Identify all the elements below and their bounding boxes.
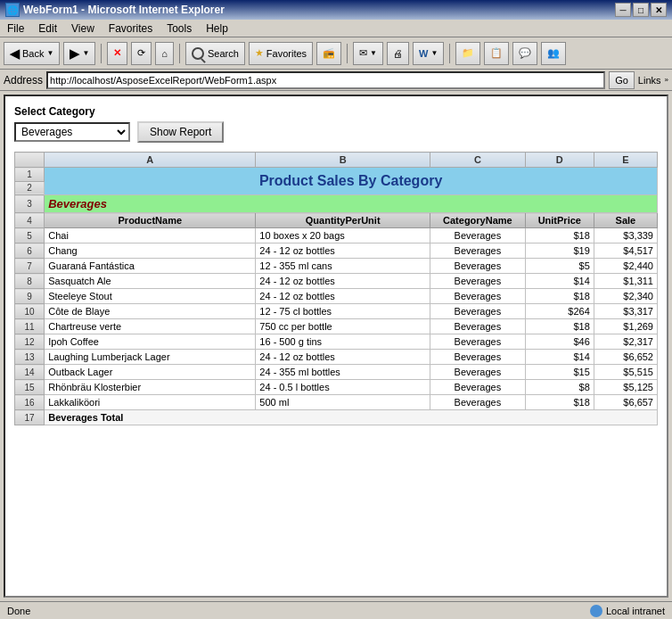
table-row: 8 Sasquatch Ale 24 - 12 oz bottles Bever…: [15, 274, 658, 289]
search-button[interactable]: Search: [185, 42, 245, 65]
cell-cat-12: Beverages: [430, 395, 526, 410]
titlebar-controls: ─ □ ✕: [615, 3, 667, 17]
cell-cat-4: Beverages: [430, 274, 526, 289]
row-15-num: 15: [15, 380, 45, 395]
refresh-button[interactable]: ⟳: [131, 42, 152, 65]
back-dropdown-icon: ▼: [46, 49, 53, 57]
cell-product-3: Guaraná Fantástica: [45, 259, 256, 274]
row-6-num: 6: [15, 243, 45, 259]
cell-cat-1: Beverages: [430, 228, 526, 243]
favorites-icon: ★: [255, 47, 264, 59]
cell-cat-6: Beverages: [430, 304, 526, 319]
cell-qty-3: 12 - 355 ml cans: [256, 259, 430, 274]
cell-product-7: Chartreuse verte: [45, 319, 256, 334]
links-label: Links: [638, 75, 661, 86]
word-dropdown-icon: ▼: [430, 49, 438, 57]
row-14-num: 14: [15, 365, 45, 380]
menu-file[interactable]: File: [4, 21, 28, 36]
menu-favorites[interactable]: Favorites: [105, 21, 156, 36]
zone-icon: [590, 605, 602, 617]
go-button[interactable]: Go: [609, 71, 635, 89]
cell-cat-7: Beverages: [430, 319, 526, 334]
row-11-num: 11: [15, 319, 45, 334]
row-1-num: 1: [15, 168, 45, 182]
cell-cat-2: Beverages: [430, 243, 526, 259]
messenger-icon: 💬: [519, 47, 531, 59]
col-c-header: C: [430, 153, 526, 168]
table-row: 16 Lakkaliköori 500 ml Beverages $18 $6,…: [15, 395, 658, 410]
cell-price-12: $18: [525, 395, 594, 410]
cell-price-7: $18: [525, 319, 594, 334]
cell-product-12: Lakkaliköori: [45, 395, 256, 410]
cell-cat-3: Beverages: [430, 259, 526, 274]
cell-product-4: Sasquatch Ale: [45, 274, 256, 289]
col-a-header: A: [45, 153, 256, 168]
category-name: Beverages: [45, 195, 658, 213]
forward-button[interactable]: ▶ ▼: [63, 42, 95, 65]
cell-sale-3: $2,440: [594, 259, 657, 274]
total-row: 17 Beverages Total: [15, 410, 658, 425]
cell-qty-5: 24 - 12 oz bottles: [256, 289, 430, 304]
folder-button[interactable]: 📁: [455, 42, 480, 65]
cell-cat-5: Beverages: [430, 289, 526, 304]
statusbar-right: Local intranet: [590, 605, 665, 617]
print-button[interactable]: 🖨: [387, 42, 409, 65]
menu-help[interactable]: Help: [202, 21, 232, 36]
menu-view[interactable]: View: [68, 21, 98, 36]
show-report-button[interactable]: Show Report: [137, 121, 224, 143]
table-row: 5 Chai 10 boxes x 20 bags Beverages $18 …: [15, 228, 658, 243]
addressbar: Address Go Links »: [0, 70, 672, 91]
header-price: UnitPrice: [525, 213, 594, 228]
cell-sale-6: $3,317: [594, 304, 657, 319]
col-e-header: E: [594, 153, 657, 168]
table-row: 15 Rhönbräu Klosterbier 24 - 0.5 l bottl…: [15, 380, 658, 395]
stop-icon: ✕: [113, 47, 121, 59]
col-b-header: B: [256, 153, 430, 168]
header-product: ProductName: [45, 213, 256, 228]
print-icon: 🖨: [393, 48, 403, 59]
history-button[interactable]: 📋: [484, 42, 509, 65]
cell-price-8: $46: [525, 334, 594, 350]
cell-sale-12: $6,657: [594, 395, 657, 410]
zone-text: Local intranet: [606, 606, 665, 616]
mail-button[interactable]: ✉ ▼: [353, 42, 383, 65]
media-button[interactable]: 📻: [316, 42, 341, 65]
row-9-num: 9: [15, 289, 45, 304]
corner-cell: [15, 153, 45, 168]
back-button[interactable]: ◀ Back ▼: [4, 42, 60, 65]
cell-sale-11: $5,125: [594, 380, 657, 395]
cell-price-2: $19: [525, 243, 594, 259]
col-d-header: D: [525, 153, 594, 168]
home-button[interactable]: ⌂: [155, 42, 174, 65]
select-category-label: Select Category: [14, 105, 658, 118]
maximize-button[interactable]: □: [633, 3, 649, 17]
word-button[interactable]: W ▼: [413, 42, 444, 65]
cell-sale-5: $2,340: [594, 289, 657, 304]
messenger-button[interactable]: 💬: [512, 42, 537, 65]
back-arrow-icon: ◀: [10, 46, 20, 61]
minimize-button[interactable]: ─: [615, 3, 631, 17]
cell-product-9: Laughing Lumberjack Lager: [45, 350, 256, 365]
table-row: 12 Ipoh Coffee 16 - 500 g tins Beverages…: [15, 334, 658, 350]
table-row: 10 Côte de Blaye 12 - 75 cl bottles Beve…: [15, 304, 658, 319]
address-input[interactable]: [46, 71, 605, 89]
links-arrow-icon: »: [665, 76, 668, 84]
cell-qty-1: 10 boxes x 20 bags: [256, 228, 430, 243]
close-button[interactable]: ✕: [651, 3, 667, 17]
category-select[interactable]: Beverages Condiments Confections Dairy P…: [14, 122, 130, 142]
cell-price-6: $264: [525, 304, 594, 319]
stop-button[interactable]: ✕: [107, 42, 127, 65]
mail-dropdown-icon: ▼: [370, 49, 377, 57]
status-text: Done: [7, 606, 30, 616]
toolbar: ◀ Back ▼ ▶ ▼ ✕ ⟳ ⌂ Search ★ Favorites 📻 …: [0, 37, 672, 70]
mail-icon: ✉: [359, 47, 367, 59]
menu-tools[interactable]: Tools: [163, 21, 195, 36]
cell-sale-7: $1,269: [594, 319, 657, 334]
cell-qty-4: 24 - 12 oz bottles: [256, 274, 430, 289]
refresh-icon: ⟳: [137, 47, 145, 59]
table-row: 9 Steeleye Stout 24 - 12 oz bottles Beve…: [15, 289, 658, 304]
row-8-num: 8: [15, 274, 45, 289]
favorites-button[interactable]: ★ Favorites: [249, 42, 313, 65]
menu-edit[interactable]: Edit: [35, 21, 61, 36]
users-button[interactable]: 👥: [541, 42, 566, 65]
